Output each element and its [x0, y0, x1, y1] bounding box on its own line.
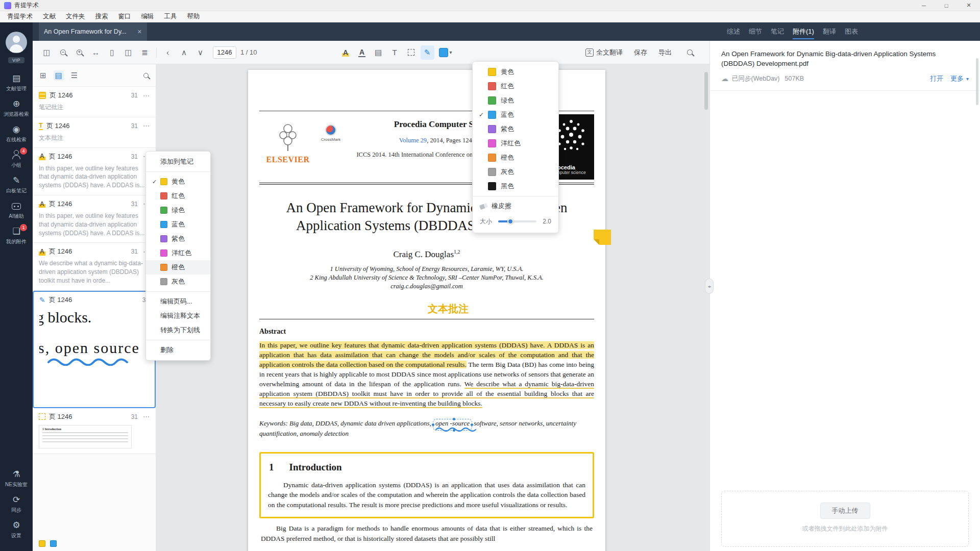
menu-window[interactable]: 窗口 [113, 11, 136, 22]
document-tab[interactable]: An Open Framework for Dy... ✕ [39, 22, 147, 41]
menu-color-magenta[interactable]: 洋红色 [146, 246, 210, 260]
color-picker-button[interactable]: ▾ [439, 48, 452, 57]
sidebar-item-online-search[interactable]: ◉ 在线检索 [0, 124, 33, 143]
fit-width-button[interactable]: ↔ [89, 45, 103, 60]
dropdown-color-black[interactable]: 黑色 [473, 179, 558, 193]
view-scroll-button[interactable]: ≣ [138, 45, 152, 60]
underline-tool-button[interactable]: A [355, 45, 369, 60]
grid-view-icon[interactable]: ⊞ [40, 71, 46, 80]
more-attachment-link[interactable]: 更多▾ [950, 74, 969, 83]
filter-chip-yellow[interactable] [39, 540, 45, 547]
minimize-button[interactable]: ─ [913, 0, 935, 11]
menu-color-blue[interactable]: 蓝色 [146, 217, 210, 232]
tab-charts[interactable]: 图表 [845, 22, 858, 41]
sidebar-item-whiteboard[interactable]: ✎ 白板笔记 [0, 176, 33, 194]
panel-collapse-handle[interactable]: ◂▸ [705, 279, 714, 294]
tab-translate[interactable]: 翻译 [823, 22, 836, 41]
note-tool-button[interactable]: ▤ [372, 45, 385, 60]
close-button[interactable]: ✕ [958, 0, 980, 11]
eraser-option[interactable]: 橡皮擦 [473, 199, 558, 213]
pdf-scrollbar[interactable] [704, 72, 708, 110]
export-button[interactable]: 导出 [658, 48, 672, 57]
annotation-card-highlight[interactable]: A 页 1246 31 ⋯ In this paper, we outline … [33, 195, 156, 243]
zoom-out-button[interactable]: − [56, 45, 70, 60]
zoom-in-button[interactable]: + [72, 45, 86, 60]
sidebar-item-ai-assist[interactable]: AI辅助 [0, 201, 33, 220]
menu-color-red[interactable]: 红色 [146, 189, 210, 203]
pen-tool-button[interactable]: ✎ [421, 45, 434, 60]
tab-notes[interactable]: 笔记 [771, 22, 784, 41]
menu-edit[interactable]: 编辑 [136, 11, 159, 22]
area-tool-button[interactable] [404, 45, 418, 60]
view-two-page-button[interactable]: ◫ [121, 45, 135, 60]
ink-selection-box[interactable]: open -source [433, 419, 472, 431]
annotation-card-ink-selected[interactable]: ✎ 页 1246 31 g blocks. s, open source [33, 291, 156, 408]
vip-badge[interactable]: VIP [8, 57, 24, 63]
upload-dropzone[interactable]: 手动上传 或者拖拽文件到此处添加为附件 [721, 491, 969, 547]
tab-overview[interactable]: 综述 [727, 22, 740, 41]
menu-color-yellow[interactable]: ✓ 黄色 [146, 174, 210, 189]
dropdown-color-purple[interactable]: 紫色 [473, 122, 558, 136]
panel-search-icon[interactable] [143, 71, 149, 80]
volume-link[interactable]: Volume 29 [399, 137, 427, 144]
menu-color-orange[interactable]: 橙色 [146, 260, 210, 274]
full-text-translate-button[interactable]: 文 全文翻译 [585, 48, 623, 57]
more-actions-icon[interactable]: ⋯ [143, 92, 150, 99]
previous-page-button[interactable]: ∧ [177, 45, 191, 60]
sidebar-item-my-attachments[interactable]: ❏ 我的附件 1 [0, 227, 33, 245]
panel-toggle-icon[interactable]: ◫ [40, 45, 54, 60]
page-number-input[interactable]: 1246 [213, 46, 236, 59]
panel-scrollbar[interactable] [976, 58, 978, 105]
menu-convert-to-underline[interactable]: 转换为下划线 [146, 323, 210, 337]
annotation-card-highlight[interactable]: A 页 1246 31 ⋯ In this paper, we outline … [33, 148, 156, 195]
maximize-button[interactable]: □ [935, 0, 958, 11]
manual-upload-button[interactable]: 手动上传 [820, 503, 870, 519]
dropdown-color-orange[interactable]: 橙色 [473, 151, 558, 165]
menu-delete[interactable]: 删除 [146, 343, 210, 357]
menu-literature[interactable]: 文献 [38, 11, 61, 22]
sidebar-item-settings[interactable]: ⚙ 设置 [0, 520, 33, 539]
more-actions-icon[interactable]: ⋯ [143, 413, 150, 420]
sidebar-item-sync[interactable]: ⟳ 同步 [0, 495, 33, 514]
menu-edit-annotation-text[interactable]: 编辑注释文本 [146, 309, 210, 323]
dropdown-color-yellow[interactable]: 黄色 [473, 65, 558, 79]
tab-close-icon[interactable]: ✕ [137, 29, 142, 35]
next-page-button[interactable]: ∨ [193, 45, 207, 60]
annotation-card-underline[interactable]: A 页 1246 31 ⋯ We describe what a dynamic… [33, 243, 156, 290]
list-view-icon[interactable]: ☰ [71, 71, 78, 80]
rectangle-annotation[interactable]: 1Introduction Dynamic data-driven applic… [259, 452, 594, 519]
dropdown-color-gray[interactable]: 灰色 [473, 165, 558, 179]
menu-tools[interactable]: 工具 [159, 11, 182, 22]
slider-knob[interactable] [507, 218, 513, 224]
menu-folder[interactable]: 文件夹 [61, 11, 90, 22]
pen-size-slider[interactable] [498, 220, 536, 222]
menu-color-purple[interactable]: 紫色 [146, 232, 210, 246]
sticky-note-icon[interactable] [594, 230, 611, 245]
dropdown-color-red[interactable]: 红色 [473, 79, 558, 93]
highlight-tool-button[interactable]: A [339, 45, 353, 60]
filter-chip-blue[interactable] [50, 540, 57, 547]
search-button[interactable] [683, 45, 697, 60]
open-attachment-link[interactable]: 打开 [930, 74, 943, 83]
sidebar-item-group[interactable]: 小组 4 [0, 150, 33, 169]
annotation-card-note[interactable]: 页 1246 31 ⋯ 笔记批注 [33, 87, 156, 117]
sidebar-item-library[interactable]: ▤ 文献管理 [0, 73, 33, 92]
menu-add-to-note[interactable]: 添加到笔记 [146, 155, 210, 169]
save-button[interactable]: 保存 [634, 48, 647, 57]
page-view-icon[interactable]: ▤ [54, 70, 64, 81]
menu-search[interactable]: 搜索 [90, 11, 113, 22]
dropdown-color-green[interactable]: 绿色 [473, 93, 558, 108]
text-annotation-on-page[interactable]: 文本批注 [428, 302, 594, 316]
menu-app[interactable]: 青提学术 [2, 11, 38, 22]
dropdown-color-magenta[interactable]: 洋红色 [473, 136, 558, 151]
view-single-page-button[interactable]: ▯ [105, 45, 119, 60]
tab-details[interactable]: 细节 [749, 22, 762, 41]
more-actions-icon[interactable]: ⋯ [143, 122, 150, 130]
crossmark-badge[interactable]: CrossMark [320, 124, 342, 180]
sidebar-item-ne-lab[interactable]: ⚗ NE实验室 [0, 469, 33, 488]
text-tool-button[interactable]: T [388, 45, 402, 60]
menu-color-gray[interactable]: 灰色 [146, 274, 210, 289]
menu-help[interactable]: 帮助 [182, 11, 205, 22]
avatar[interactable] [6, 32, 27, 53]
menu-edit-page-number[interactable]: 编辑页码... [146, 294, 210, 309]
